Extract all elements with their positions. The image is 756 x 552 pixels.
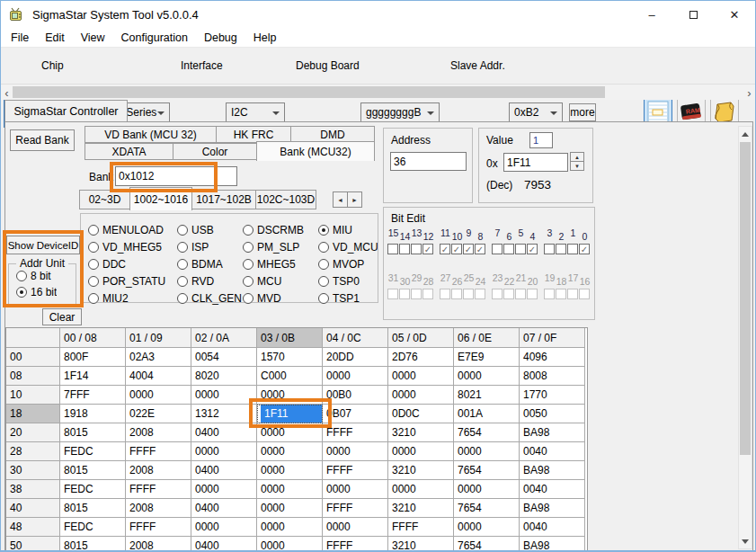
addr-unit-8bit-radio[interactable]: 8 bit — [16, 270, 51, 282]
table-cell[interactable]: 0B07 — [323, 405, 388, 423]
content-scrollbar[interactable] — [738, 126, 752, 549]
table-cell[interactable]: 8020 — [191, 367, 257, 386]
table-row-header-50[interactable]: 50 — [6, 537, 60, 551]
table-col-header-01-09[interactable]: 01 / 09 — [126, 328, 191, 348]
table-cell[interactable]: 3210 — [388, 461, 454, 480]
module-radio-vd-mheg5[interactable]: VD_MHEG5 — [88, 238, 177, 255]
tab-prev-button[interactable]: ◄ — [333, 191, 348, 208]
module-radio-mcu[interactable]: MCU — [243, 272, 318, 289]
toolbar-scrollbar[interactable]: ‹ › — [1, 84, 755, 100]
table-cell[interactable]: 0000 — [191, 442, 257, 461]
table-cell[interactable]: 4004 — [126, 367, 191, 386]
module-radio-miu[interactable]: MIU — [318, 221, 378, 238]
table-cell[interactable]: 8008 — [520, 367, 585, 386]
table-cell[interactable]: 0000 — [388, 386, 454, 405]
table-cell[interactable]: 0400 — [191, 537, 257, 551]
table-cell[interactable]: 0400 — [191, 423, 257, 442]
menu-edit[interactable]: Edit — [37, 29, 73, 47]
table-row-header-48[interactable]: 48 — [6, 518, 60, 537]
module-radio-vd-mcu[interactable]: VD_MCU — [318, 238, 378, 255]
bit-checkbox-14[interactable] — [399, 244, 410, 254]
table-cell[interactable]: BA98 — [520, 423, 585, 442]
table-row-header-30[interactable]: 30 — [6, 461, 60, 480]
table-row-header-00[interactable]: 00 — [6, 348, 60, 367]
table-cell[interactable]: 0000 — [257, 461, 323, 480]
module-radio-por-statu[interactable]: POR_STATU — [88, 272, 177, 289]
table-cell[interactable]: 8015 — [60, 499, 126, 518]
table-cell[interactable]: 7654 — [454, 461, 520, 480]
tab-xdata[interactable]: XDATA — [84, 143, 173, 160]
table-cell[interactable]: FFFF — [323, 499, 388, 518]
table-cell[interactable]: 0000 — [191, 480, 257, 499]
value-hex-input[interactable] — [503, 153, 568, 172]
table-row-header-08[interactable]: 08 — [6, 367, 60, 386]
tab-bank-mcu32[interactable]: Bank (MCU32) — [256, 141, 375, 161]
value-count-input[interactable] — [529, 132, 553, 148]
module-radio-dscrmb[interactable]: DSCRMB — [243, 221, 318, 238]
table-cell[interactable]: 0000 — [257, 442, 323, 461]
table-cell[interactable]: FFFF — [323, 423, 388, 442]
table-cell[interactable]: 0000 — [191, 386, 257, 405]
table-cell[interactable]: 0054 — [191, 348, 257, 367]
module-radio-isp[interactable]: ISP — [177, 238, 243, 255]
table-corner-header[interactable] — [6, 328, 60, 348]
table-cell[interactable]: 0D0C — [388, 405, 454, 423]
clear-button[interactable]: Clear — [42, 308, 82, 325]
scrollbar-thumb[interactable] — [13, 86, 605, 98]
bit-checkbox-1[interactable] — [567, 244, 578, 254]
table-cell[interactable]: 2008 — [126, 499, 191, 518]
table-cell[interactable]: 0000 — [454, 442, 520, 461]
module-radio-mvd[interactable]: MVD — [243, 289, 318, 307]
module-radio-menuload[interactable]: MENULOAD — [88, 221, 177, 238]
spin-down-button[interactable]: ▼ — [570, 161, 584, 171]
table-row-header-10[interactable]: 10 — [6, 386, 60, 405]
bit-checkbox-3[interactable] — [544, 244, 555, 254]
table-cell[interactable]: FFFF — [323, 537, 388, 551]
table-cell[interactable]: 0000 — [454, 518, 520, 537]
table-cell[interactable]: 022E — [126, 405, 191, 423]
close-button[interactable]: ✕ — [714, 1, 755, 28]
table-cell[interactable]: 1312 — [191, 405, 257, 423]
table-cell[interactable]: 7654 — [454, 537, 520, 551]
table-cell[interactable]: 8015 — [60, 423, 126, 442]
debug-board-select[interactable]: ggggggggB — [360, 102, 440, 122]
table-cell[interactable]: BA98 — [520, 499, 585, 518]
table-cell[interactable]: 0000 — [388, 367, 454, 386]
tab-1002-1016[interactable]: 1002~1016 — [129, 187, 192, 210]
menu-file[interactable]: File — [3, 29, 37, 47]
table-cell[interactable]: 0000 — [388, 480, 454, 499]
table-cell[interactable]: 0000 — [323, 480, 388, 499]
module-radio-pm-slp[interactable]: PM_SLP — [243, 238, 318, 255]
table-cell[interactable]: 3210 — [388, 423, 454, 442]
table-cell[interactable]: 7FFF — [60, 386, 126, 405]
read-bank-button[interactable]: Read Bank — [10, 129, 75, 151]
table-cell[interactable]: FFFF — [388, 518, 454, 537]
tab-sigmastar-controller[interactable]: SigmaStar Controller — [4, 100, 128, 122]
scroll-left-icon[interactable]: ‹ — [1, 85, 13, 101]
tab-vd-bank-mcu-32[interactable]: VD Bank (MCU 32) — [84, 126, 217, 143]
tab-102c-103d[interactable]: 102C~103D — [255, 190, 316, 209]
table-col-header-04-0c[interactable]: 04 / 0C — [323, 328, 388, 348]
menu-view[interactable]: View — [73, 29, 113, 47]
table-cell[interactable]: 0000 — [257, 386, 323, 405]
table-cell[interactable]: 02A3 — [126, 348, 191, 367]
table-cell[interactable]: E7E9 — [454, 348, 520, 367]
tab-02-3d[interactable]: 02~3D — [79, 190, 130, 209]
table-cell[interactable]: 7654 — [454, 499, 520, 518]
table-cell[interactable]: 0000 — [257, 480, 323, 499]
bit-checkbox-9[interactable]: ✓ — [463, 244, 474, 254]
table-cell[interactable]: 1570 — [257, 348, 323, 367]
module-radio-miu2[interactable]: MIU2 — [88, 289, 177, 307]
table-cell[interactable]: 0400 — [191, 461, 257, 480]
table-col-header-06-0e[interactable]: 06 / 0E — [454, 328, 520, 348]
table-cell[interactable]: 7654 — [454, 423, 520, 442]
bit-checkbox-11[interactable]: ✓ — [440, 244, 450, 254]
table-cell[interactable]: 3210 — [388, 499, 454, 518]
table-cell[interactable]: 0000 — [323, 442, 388, 461]
address-input[interactable] — [390, 152, 467, 171]
table-cell[interactable]: 1770 — [520, 386, 585, 405]
table-cell[interactable]: FFFF — [126, 518, 191, 537]
table-cell[interactable]: 001A — [454, 405, 520, 423]
tab-1017-102b[interactable]: 1017~102B — [191, 190, 256, 209]
minimize-button[interactable]: – — [631, 1, 672, 28]
